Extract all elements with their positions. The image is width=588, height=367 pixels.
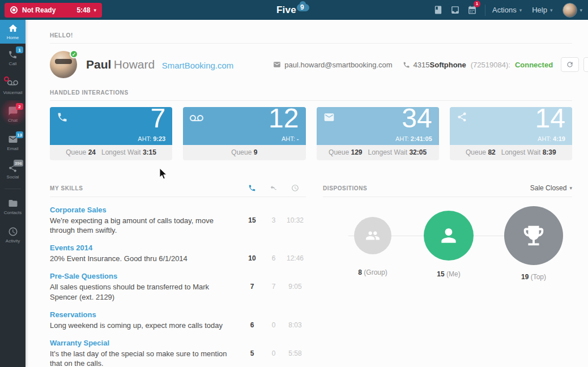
skill-link[interactable]: Pre-Sale Questions (50, 272, 237, 280)
skill-abandoned: 0 (263, 321, 284, 330)
skill-row-corporate-sales: Corporate Sales We're expecting a big am… (50, 206, 306, 235)
calls-queue-info: Queue 24Longest Wait 3:15 (50, 145, 172, 160)
group-circle (354, 217, 391, 254)
calendar-icon[interactable]: 1 (463, 4, 480, 16)
status-timer: 5:48 (76, 6, 90, 14)
clock-icon (8, 227, 18, 237)
handle-time-column-icon (284, 184, 306, 192)
email-badge: 13 (16, 131, 23, 138)
skill-row-pre-sale-questions: Pre-Sale Questions All sales questions s… (50, 272, 306, 301)
skill-abandoned: 6 (263, 254, 284, 263)
skill-abandoned: 0 (263, 349, 284, 367)
person-icon (438, 225, 459, 246)
skill-link[interactable]: Reservations (50, 310, 237, 319)
chat-badge: 2 (16, 103, 23, 110)
skill-time: 5:58 (284, 349, 306, 367)
calls-count: 7 (151, 107, 166, 134)
top-circle (504, 206, 563, 265)
divider (50, 197, 306, 197)
sidebar-item-social[interactable]: Social 396 (0, 157, 25, 185)
dispositions-title: DISPOSITIONS (323, 185, 367, 191)
email-count: 34 (402, 107, 432, 134)
five9-agent-dashboard: Not Ready 5:48 ▾ Five 9 1 Actions▾ (0, 0, 588, 367)
top-stat: 19 (Top) (504, 206, 563, 281)
skill-time: 9:05 (284, 283, 306, 301)
voicemail-alert-dot (4, 76, 9, 82)
divider (5, 189, 21, 189)
home-icon (8, 23, 18, 33)
profile-photo: ✓ (50, 51, 77, 78)
social-count: 14 (535, 107, 565, 134)
agent-extension: 4315 (403, 61, 430, 69)
me-circle (424, 211, 474, 261)
agent-name: Paul Howard SmartBooking.com (86, 58, 233, 71)
user-avatar[interactable] (563, 3, 577, 18)
social-card[interactable]: 14 AHT: 4:19 Queue 82Longest Wait 8:39 (450, 107, 572, 160)
voicemail-card[interactable]: 12 AHT: - Queue 9 (183, 107, 305, 160)
chevron-down-icon: ▾ (550, 7, 553, 13)
abandoned-calls-column-icon (263, 184, 284, 192)
inbox-icon[interactable] (446, 4, 463, 16)
clock-icon (291, 184, 299, 192)
sidebar-item-email[interactable]: Email 13 (0, 129, 25, 157)
disconnect-softphone-button[interactable] (583, 57, 588, 72)
journal-icon[interactable] (429, 4, 446, 16)
callback-icon (270, 184, 278, 192)
divider (50, 43, 572, 44)
skill-calls: 10 (241, 254, 263, 263)
divider (50, 100, 572, 101)
agent-status-selector[interactable]: Not Ready 5:48 ▾ (5, 3, 102, 18)
not-ready-icon (10, 6, 18, 14)
refresh-softphone-button[interactable] (561, 57, 579, 72)
help-menu[interactable]: Help▾ (532, 6, 552, 14)
agent-email: paul.howard@smartbooking.com (273, 61, 392, 69)
bottom-section: MY SKILLS (50, 184, 572, 367)
chevron-down-icon: ▾ (519, 7, 522, 13)
social-badge: 396 (14, 160, 23, 167)
email-aht: AHT: 2:41:05 (395, 135, 432, 142)
email-card[interactable]: 34 AHT: 2:41:05 Queue 129Longest Wait 32… (317, 107, 439, 160)
envelope-icon (273, 61, 281, 69)
main-content: HELLO! ✓ Paul Howard SmartBooking.com pa… (25, 20, 588, 367)
top-bar-right: 1 Actions▾ Help▾ ▾ (429, 0, 588, 20)
skill-abandoned: 7 (263, 283, 284, 301)
calls-card[interactable]: 7 AHT: 9:23 Queue 24Longest Wait 3:15 (50, 107, 172, 160)
phone-icon (57, 112, 68, 123)
connection-status: Connected (515, 61, 553, 69)
voicemail-queue-info: Queue 9 (183, 145, 305, 160)
agent-status-label: Not Ready (22, 6, 76, 14)
sidebar-item-activity[interactable]: Activity (0, 221, 25, 249)
sidebar-item-contacts[interactable]: Contacts (0, 193, 25, 221)
skill-link[interactable]: Events 2014 (50, 244, 237, 252)
sidebar-item-voicemail[interactable]: Voicemail (0, 72, 25, 100)
skills-column-headers (241, 184, 306, 192)
calls-aht: AHT: 9:23 (138, 135, 165, 142)
skill-link[interactable]: Warranty Special (50, 339, 237, 347)
skill-row-warranty-special: Warranty Special It's the last day of th… (50, 339, 306, 367)
dispositions-panel: DISPOSITIONS Sale Closed▾ 8 (Group) (323, 184, 572, 282)
folder-icon (8, 198, 18, 208)
sidebar-item-chat[interactable]: Chat 2 (0, 100, 25, 129)
skill-abandoned: 3 (263, 216, 284, 235)
actions-menu[interactable]: Actions▾ (492, 6, 522, 14)
agent-profile-card: ✓ Paul Howard SmartBooking.com paul.howa… (50, 51, 572, 78)
envelope-icon (323, 112, 335, 123)
skill-time: 10:32 (284, 216, 306, 235)
disposition-filter-dropdown[interactable]: Sale Closed▾ (530, 184, 572, 192)
social-aht: AHT: 4:19 (538, 135, 565, 142)
verified-check-icon: ✓ (70, 50, 78, 58)
sidebar-nav: Home Call 1 Voicemail Chat 2 Email 13 So… (0, 20, 25, 367)
voicemail-aht: AHT: - (282, 135, 299, 142)
skill-calls: 15 (241, 216, 263, 235)
calls-column-icon (241, 184, 263, 192)
company-link[interactable]: SmartBooking.com (162, 61, 234, 70)
cloud-icon: 9 (297, 3, 312, 13)
voicemail-icon (190, 112, 203, 125)
sidebar-item-home[interactable]: Home (0, 20, 25, 44)
skill-calls: 5 (241, 349, 263, 367)
email-queue-info: Queue 129Longest Wait 32:05 (317, 145, 439, 160)
group-stat: 8 (Group) (354, 217, 391, 276)
skill-link[interactable]: Corporate Sales (50, 206, 237, 214)
sidebar-item-call[interactable]: Call 1 (0, 44, 25, 72)
my-skills-panel: MY SKILLS (50, 184, 306, 367)
